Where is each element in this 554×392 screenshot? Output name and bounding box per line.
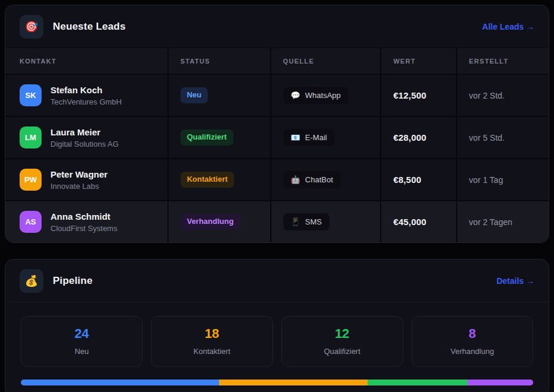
source-label: ChatBot [305, 175, 333, 184]
status-badge: Verhandlung [181, 214, 240, 229]
table-row-source[interactable]: 📧 E-Mail [271, 117, 381, 158]
lead-created: vor 5 Std. [469, 133, 505, 143]
lead-created: vor 2 Std. [469, 91, 505, 100]
source-pill: 💬 WhatsApp [283, 87, 349, 104]
pipeline-progress-bar [21, 380, 533, 385]
pipeline-card: 💰 Pipeline Details → 24 Neu 18 Kontaktie… [5, 259, 549, 392]
table-row-source[interactable]: 💬 WhatsApp [271, 75, 381, 116]
avatar: LM [20, 127, 42, 148]
lead-name: Stefan Koch [50, 85, 122, 95]
table-row-status[interactable]: Kontaktiert [169, 159, 270, 200]
column-header-erstellt: Erstellt [457, 48, 549, 74]
source-pill: 🤖 ChatBot [283, 171, 341, 188]
lead-company: CloudFirst Systems [50, 224, 118, 233]
bar-segment-kontaktiert [219, 380, 368, 385]
stat-value: 24 [27, 327, 136, 341]
leads-title: Neueste Leads [53, 21, 126, 33]
stat-label: Verhandlung [418, 347, 527, 356]
table-row-value[interactable]: €28,000 [381, 117, 455, 158]
chatbot-icon: 🤖 [291, 176, 300, 184]
status-badge: Qualifiziert [181, 129, 233, 145]
lead-value: €12,500 [393, 90, 426, 100]
column-header-wert: Wert [381, 48, 455, 74]
source-label: SMS [305, 217, 322, 226]
details-link[interactable]: Details → [496, 276, 534, 286]
table-row-source[interactable]: 📱 SMS [271, 201, 381, 242]
lead-name: Laura Meier [50, 127, 119, 137]
bar-segment-neu [21, 380, 219, 385]
lead-company: Digital Solutions AG [50, 140, 119, 148]
column-header-kontakt: Kontakt [5, 48, 167, 74]
lead-name: Anna Schmidt [50, 211, 118, 222]
leads-card: 🎯 Neueste Leads Alle Leads → Kontakt Sta… [5, 5, 549, 243]
lead-name: Peter Wagner [50, 169, 107, 179]
stat-card-neu: 24 Neu [21, 316, 143, 367]
stat-value: 18 [157, 327, 266, 341]
leads-card-header: 🎯 Neueste Leads Alle Leads → [5, 5, 549, 48]
lead-created: vor 2 Tagen [469, 217, 512, 227]
table-row-created[interactable]: vor 2 Std. [457, 75, 549, 116]
table-row-status[interactable]: Qualifiziert [169, 117, 270, 158]
lead-value: €8,500 [393, 175, 421, 185]
source-pill: 📧 E-Mail [283, 129, 335, 146]
status-badge: Neu [181, 87, 208, 103]
table-row-value[interactable]: €8,500 [381, 159, 455, 200]
source-pill: 📱 SMS [283, 213, 330, 230]
stat-label: Qualifiziert [288, 347, 397, 356]
table-row-source[interactable]: 🤖 ChatBot [271, 159, 381, 200]
stat-value: 8 [418, 327, 527, 341]
avatar: SK [20, 84, 42, 106]
table-row-status[interactable]: Neu [169, 75, 270, 116]
table-row-contact[interactable]: SK Stefan Koch TechVentures GmbH [5, 75, 167, 116]
stat-card-verhandlung: 8 Verhandlung [411, 316, 533, 367]
table-row-contact[interactable]: LM Laura Meier Digital Solutions AG [5, 117, 167, 158]
lead-value: €28,000 [393, 132, 426, 143]
table-row-value[interactable]: €12,500 [381, 75, 455, 116]
bar-segment-qualifiziert [368, 380, 467, 385]
email-icon: 📧 [291, 134, 300, 141]
bar-segment-verhandlung [467, 380, 533, 385]
pipeline-card-header: 💰 Pipeline Details → [5, 260, 549, 302]
source-label: E-Mail [305, 133, 327, 142]
lead-created: vor 1 Tag [469, 175, 503, 185]
lead-company: TechVentures GmbH [50, 97, 122, 106]
all-leads-link[interactable]: Alle Leads → [482, 22, 534, 31]
stat-value: 12 [288, 327, 397, 341]
table-row-created[interactable]: vor 1 Tag [457, 159, 549, 200]
table-row-status[interactable]: Verhandlung [169, 201, 270, 242]
table-row-value[interactable]: €45,000 [381, 201, 455, 242]
table-row-created[interactable]: vor 2 Tagen [457, 201, 549, 242]
stat-label: Kontaktiert [157, 347, 266, 356]
avatar: AS [20, 211, 42, 233]
stat-card-kontaktiert: 18 Kontaktiert [151, 316, 273, 367]
avatar: PW [20, 169, 42, 191]
table-row-contact[interactable]: AS Anna Schmidt CloudFirst Systems [5, 201, 167, 242]
lead-company: Innovate Labs [50, 182, 107, 191]
lead-value: €45,000 [393, 217, 426, 227]
target-icon: 🎯 [20, 15, 43, 39]
stat-label: Neu [27, 347, 136, 356]
sms-icon: 📱 [291, 218, 300, 226]
money-bag-icon: 💰 [20, 269, 43, 293]
column-header-quelle: Quelle [271, 48, 381, 74]
stat-card-qualifiziert: 12 Qualifiziert [281, 316, 403, 367]
column-header-status: Status [169, 48, 270, 74]
pipeline-body: 24 Neu 18 Kontaktiert 12 Qualifiziert 8 … [5, 302, 549, 392]
pipeline-stats: 24 Neu 18 Kontaktiert 12 Qualifiziert 8 … [21, 316, 533, 367]
whatsapp-icon: 💬 [291, 91, 300, 99]
pipeline-title: Pipeline [53, 275, 93, 287]
source-label: WhatsApp [305, 91, 341, 100]
status-badge: Kontaktiert [181, 172, 235, 187]
table-row-created[interactable]: vor 5 Std. [457, 117, 549, 158]
table-row-contact[interactable]: PW Peter Wagner Innovate Labs [5, 159, 167, 200]
leads-table: Kontakt Status Quelle Wert Erstellt SK S… [5, 48, 549, 242]
